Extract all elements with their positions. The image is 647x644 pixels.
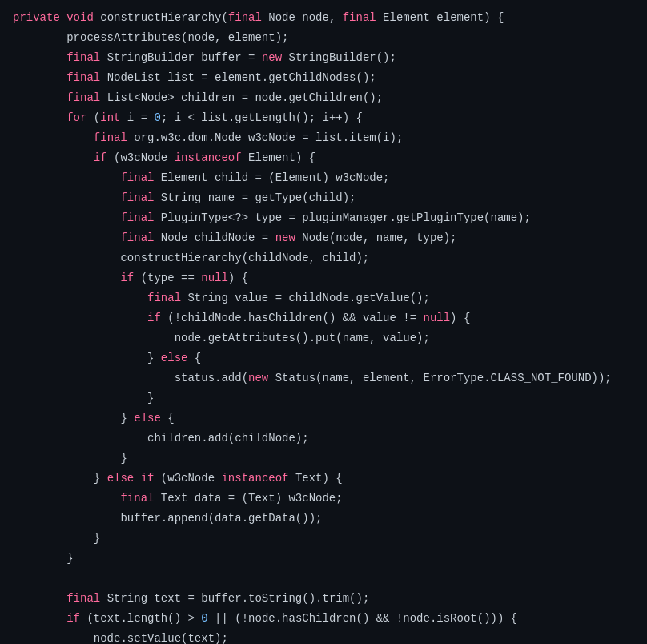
code-line: if (!childNode.hasChildren() && value !=… <box>13 308 634 328</box>
code-line: processAttributes(node, element); <box>13 28 634 48</box>
code-line: for (int i = 0; i < list.getLength(); i+… <box>13 108 634 128</box>
code-line: if (type == null) { <box>13 268 634 288</box>
code-line: final NodeList list = element.getChildNo… <box>13 68 634 88</box>
code-line: } <box>13 529 634 549</box>
code-line: if (w3cNode instanceof Element) { <box>13 148 634 168</box>
code-line: final Node childNode = new Node(node, na… <box>13 228 634 248</box>
code-line: final StringBuilder buffer = new StringB… <box>13 48 634 68</box>
code-line: final org.w3c.dom.Node w3cNode = list.it… <box>13 128 634 148</box>
code-line: } <box>13 449 634 469</box>
code-line: final PluginType<?> type = pluginManager… <box>13 208 634 228</box>
code-line: status.add(new Status(name, element, Err… <box>13 368 634 388</box>
code-line: if (text.length() > 0 || (!node.hasChild… <box>13 609 634 629</box>
code-line: constructHierarchy(childNode, child); <box>13 248 634 268</box>
code-line: } <box>13 388 634 409</box>
code-line: } else if (w3cNode instanceof Text) { <box>13 469 634 489</box>
code-line: } <box>13 549 634 569</box>
code-line: final List<Node> children = node.getChil… <box>13 88 634 108</box>
code-line: final Text data = (Text) w3cNode; <box>13 489 634 509</box>
code-line: node.setValue(text); <box>13 629 634 644</box>
code-line <box>13 569 634 589</box>
code-line: node.getAttributes().put(name, value); <box>13 328 634 348</box>
code-line: buffer.append(data.getData()); <box>13 509 634 529</box>
code-line: final String name = getType(child); <box>13 188 634 208</box>
code-line: final Element child = (Element) w3cNode; <box>13 168 634 188</box>
code-line: } else { <box>13 348 634 368</box>
code-line: final String text = buffer.toString().tr… <box>13 589 634 609</box>
code-editor: private void constructHierarchy(final No… <box>0 0 647 644</box>
code-line: private void constructHierarchy(final No… <box>13 8 634 28</box>
code-line: final String value = childNode.getValue(… <box>13 288 634 308</box>
code-line: children.add(childNode); <box>13 429 634 449</box>
code-line: } else { <box>13 409 634 429</box>
